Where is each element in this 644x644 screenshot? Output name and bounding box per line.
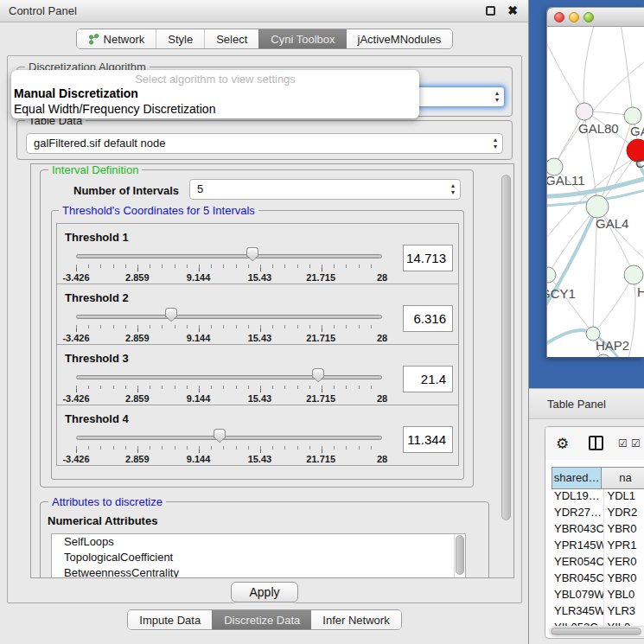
cell-shared-name[interactable]: YLR345W (552, 604, 604, 621)
tab-impute-data[interactable]: Impute Data (128, 610, 212, 629)
network-window-titlebar (547, 8, 644, 27)
algorithm-option-equal-width[interactable]: Equal Width/Frequency Discretization (11, 101, 419, 117)
threshold-slider: -3.4262.8599.14415.4321.71528 (76, 431, 382, 466)
tab-cyni-toolbox[interactable]: Cyni Toolbox (258, 29, 346, 48)
numerical-attributes-list[interactable]: SelfLoops TopologicalCoefficient Between… (51, 533, 466, 578)
table-panel-body: ⚙ ☑ ☑ shared… na YDL19…YDL1YDR27…YDR2YBR… (529, 419, 644, 644)
table-row[interactable]: YBR043CYBR0 (552, 522, 644, 539)
tab-jactivemnodules[interactable]: jActiveMNodules (347, 29, 453, 48)
slider-thumb[interactable] (311, 368, 325, 387)
slider-thumb[interactable] (213, 429, 226, 448)
threshold-label: Threshold 1 (65, 231, 129, 244)
tab-style[interactable]: Style (156, 29, 204, 48)
network-view-window: GAL80GACGAL11GAL4GCY1HHAP2 (546, 7, 644, 358)
screen: { "window": { "title": "Control Panel" }… (0, 0, 644, 644)
zoom-traffic-light-icon[interactable] (583, 12, 594, 22)
cell-name[interactable]: YPR1 (604, 539, 644, 555)
slider-track[interactable] (76, 375, 382, 379)
network-canvas[interactable]: GAL80GACGAL11GAL4GCY1HHAP2 (547, 27, 644, 358)
close-traffic-light-icon[interactable] (554, 12, 564, 22)
checkbox-icon[interactable]: ☑ (618, 437, 628, 450)
table-row[interactable]: YLR345WYLR3 (552, 604, 644, 621)
table-panel-header: Table Panel (529, 388, 644, 419)
slider-track[interactable] (76, 436, 382, 440)
threshold-panel-3: Threshold 3 -3.4262.8599.14415.4321.7152… (56, 344, 459, 405)
threshold-value-field[interactable]: 21.4 (403, 366, 453, 392)
network-node[interactable] (547, 267, 556, 283)
list-item[interactable]: BetweennessCentrality (52, 565, 465, 578)
cell-name[interactable]: YDR2 (604, 506, 644, 522)
tab-network[interactable]: Network (77, 29, 156, 48)
list-scrollbar[interactable] (454, 534, 465, 578)
table-row[interactable]: YBL079WYBL0 (552, 588, 644, 604)
column-header-shared-name[interactable]: shared… (552, 467, 602, 489)
network-node[interactable] (586, 195, 609, 218)
threshold-value-field[interactable]: 11.344 (403, 426, 453, 453)
network-edge[interactable] (547, 207, 597, 319)
table-data-combobox[interactable]: galFiltered.sif default node ▴▾ (26, 133, 503, 154)
network-edge[interactable] (621, 27, 633, 116)
gear-icon[interactable]: ⚙ (556, 435, 569, 453)
combo-stepper-icon: ▴▾ (495, 90, 499, 104)
cell-name[interactable]: YER0 (604, 555, 644, 571)
table-row[interactable]: YBR045CYBR0 (552, 571, 644, 588)
tab-infer-network[interactable]: Infer Network (311, 610, 400, 629)
float-window-icon[interactable] (486, 6, 495, 16)
column-header-name[interactable]: na (602, 467, 644, 489)
threshold-value-field[interactable]: 14.713 (403, 245, 453, 271)
thresholds-group: Threshold's Coordinates for 5 Intervals … (51, 210, 464, 480)
table-row[interactable]: YER054CYER0 (552, 555, 644, 571)
cell-shared-name[interactable]: YBR045C (552, 571, 604, 588)
network-node[interactable] (624, 107, 641, 124)
cyni-toolbox-content: Discretization Algorithm ▴▾ Select algor… (7, 55, 522, 603)
cell-name[interactable]: YLR3 (604, 604, 644, 621)
cell-shared-name[interactable]: YER054C (552, 555, 604, 571)
network-node[interactable] (576, 103, 593, 120)
threshold-value-field[interactable]: 6.316 (403, 305, 453, 332)
cell-shared-name[interactable]: YPR145W (552, 539, 604, 555)
table-panel-inner: ⚙ ☑ ☑ shared… na YDL19…YDL1YDR27…YDR2YBR… (545, 426, 644, 639)
network-edge[interactable] (583, 27, 595, 112)
number-of-intervals-combobox[interactable]: 5 ▴▾ (189, 179, 461, 200)
network-edge[interactable] (547, 44, 584, 112)
settings-scrollbar[interactable] (501, 166, 513, 576)
minimize-traffic-light-icon[interactable] (569, 12, 579, 22)
algorithm-option-manual[interactable]: Manual Discretization (11, 86, 419, 101)
slider-track[interactable] (76, 315, 382, 319)
algorithm-hint: Select algorithm to view settings (11, 70, 419, 86)
cell-name[interactable]: YBR0 (604, 522, 644, 539)
cell-name[interactable]: YBL0 (604, 588, 644, 604)
network-node[interactable] (596, 354, 611, 358)
cell-name[interactable]: YDL1 (604, 489, 644, 506)
tab-select[interactable]: Select (204, 29, 258, 48)
tab-discretize-data[interactable]: Discretize Data (212, 610, 311, 629)
checkbox-icon[interactable]: ☑ (631, 437, 641, 450)
numerical-attributes-label: Numerical Attributes (48, 514, 157, 527)
cell-shared-name[interactable]: YBR043C (552, 522, 604, 539)
cell-name[interactable]: YBR0 (604, 571, 644, 588)
network-edge[interactable] (548, 207, 597, 275)
network-node[interactable] (624, 265, 643, 284)
node-label: GAL80 (578, 121, 619, 136)
table-horizontal-scrollbar[interactable] (549, 626, 644, 637)
cell-shared-name[interactable]: YBL079W (552, 588, 604, 604)
slider-thumb[interactable] (164, 308, 178, 327)
close-icon[interactable]: ✖ (507, 3, 518, 17)
network-edge[interactable] (548, 275, 593, 334)
table-panel-title: Table Panel (547, 398, 606, 411)
list-item[interactable]: SelfLoops (52, 534, 465, 550)
table-header-row: shared… na (552, 467, 644, 489)
cell-shared-name[interactable]: YDR27… (552, 506, 604, 522)
slider-track[interactable] (76, 254, 382, 258)
node-label: HAP2 (596, 338, 629, 353)
attributes-group-title: Attributes to discretize (48, 495, 166, 508)
cell-shared-name[interactable]: YDL19… (552, 489, 604, 506)
apply-button[interactable]: Apply (231, 582, 298, 603)
list-item[interactable]: TopologicalCoefficient (52, 550, 465, 565)
network-edge[interactable] (593, 275, 634, 334)
table-row[interactable]: YDR27…YDR2 (552, 506, 644, 522)
table-row[interactable]: YDL19…YDL1 (552, 489, 644, 506)
slider-thumb[interactable] (245, 247, 259, 266)
table-row[interactable]: YPR145WYPR1 (552, 539, 644, 555)
columns-icon[interactable] (589, 436, 603, 450)
